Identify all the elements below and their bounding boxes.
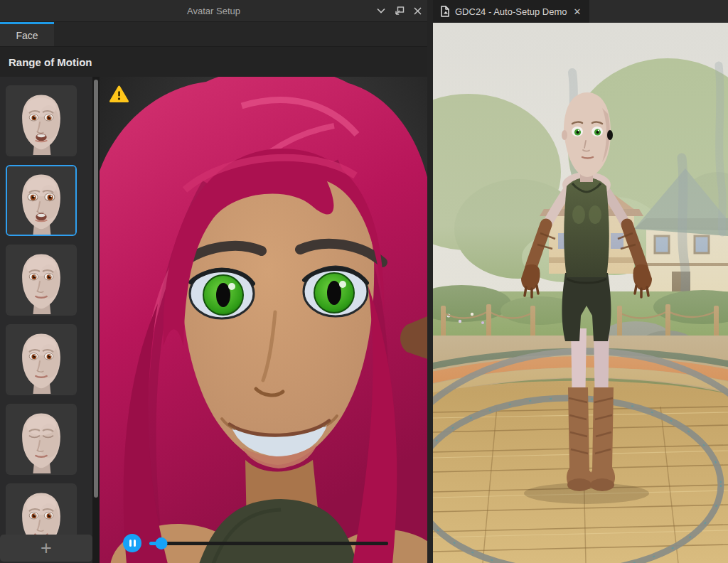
face-3d-render [100,77,427,563]
slider-track[interactable] [149,542,388,545]
timeline-slider[interactable] [149,537,388,549]
document-tabbar: GDC24 - Auto-Setup Demo ✕ [433,0,728,23]
face-thumbnail-1-mouth-open[interactable] [6,85,77,156]
3d-viewport[interactable] [433,23,728,563]
section-title: Range of Motion [0,47,427,77]
panel-resize-divider[interactable] [427,0,433,563]
panel-tabrow: Face [0,22,427,47]
studio-window: Avatar Setup Face Range of Motion [0,0,728,563]
warning-triangle-icon[interactable] [109,85,129,103]
thumbnail-scrollbar[interactable] [92,77,100,563]
face-preview-viewport[interactable] [100,77,427,563]
tab-label: GDC24 - Auto-Setup Demo [455,6,567,17]
playback-controls [100,533,427,553]
tab-place-document[interactable]: GDC24 - Auto-Setup Demo ✕ [433,0,589,23]
face-expression-thumbnail [7,166,75,235]
avatar-setup-panel: Avatar Setup Face Range of Motion [0,0,427,563]
pause-button[interactable] [123,534,141,552]
face-thumbnail-2-wide-eyes[interactable] [6,165,77,236]
face-thumbnail-4-neutral[interactable] [6,324,77,395]
face-expression-thumbnail [7,246,75,314]
slider-thumb[interactable] [155,537,167,549]
panel-title: Avatar Setup [0,6,427,16]
dock-window-icon[interactable] [395,6,405,16]
viewport-panel: GDC24 - Auto-Setup Demo ✕ [433,0,728,563]
place-file-icon [439,6,450,17]
scrollbar-thumb[interactable] [94,80,98,498]
face-tab-content: Range of Motion [0,47,427,563]
chevron-down-icon[interactable] [377,8,385,14]
tab-close-icon[interactable]: ✕ [572,6,583,18]
face-expression-thumbnail [7,326,75,394]
add-expression-button[interactable]: + [0,535,92,562]
face-expression-thumbnail [7,405,75,473]
expression-thumbnail-list [0,77,92,563]
face-expression-thumbnail [7,87,75,155]
tab-face[interactable]: Face [0,22,54,46]
face-thumbnail-3-neutral[interactable] [6,245,77,316]
expression-thumbnail-column: + [0,77,92,563]
face-thumbnail-5-eyes-closed[interactable] [6,404,77,475]
close-icon[interactable] [414,7,422,15]
scene-render [433,23,728,563]
panel-titlebar: Avatar Setup [0,0,427,22]
